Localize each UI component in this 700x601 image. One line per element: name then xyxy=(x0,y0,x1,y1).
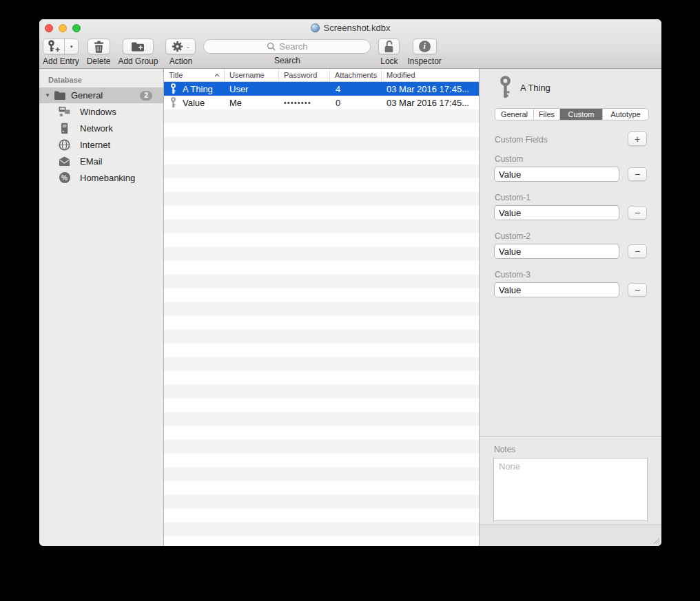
inspector-entry-title: A Thing xyxy=(520,83,550,93)
search-icon xyxy=(267,42,276,51)
tab-custom[interactable]: Custom xyxy=(560,109,603,120)
search-label: Search xyxy=(274,56,300,65)
sidebar-item-email[interactable]: EMail xyxy=(39,153,163,169)
minus-icon: − xyxy=(635,285,640,295)
toolbar-item-lock: Lock xyxy=(378,39,400,66)
remove-custom-field-button[interactable]: − xyxy=(628,167,647,181)
column-header-attachments[interactable]: Attachments xyxy=(330,69,382,81)
custom-field-label: Custom-1 xyxy=(495,193,531,202)
minus-icon: − xyxy=(635,246,640,256)
notes-separator xyxy=(480,436,661,436)
inspector-bottom-bar xyxy=(480,525,661,546)
minus-icon: − xyxy=(635,169,640,179)
entry-modified: 03 Mar 2016 17:45... xyxy=(382,84,479,94)
add-entry-main-segment[interactable] xyxy=(43,39,65,54)
notes-textarea[interactable] xyxy=(493,458,648,521)
entry-key-icon xyxy=(499,76,512,98)
sidebar-group-general[interactable]: ▼ General 2 xyxy=(39,87,163,103)
delete-label: Delete xyxy=(87,56,111,66)
toolbar-item-add-group: Add Group xyxy=(118,39,158,66)
group-sidebar: Database ▼ General 2 xyxy=(39,69,164,546)
lock-button[interactable] xyxy=(378,39,400,54)
table-header: Title Username Password Attachments Modi… xyxy=(164,69,479,82)
sidebar-item-homebanking[interactable]: % Homebanking xyxy=(39,169,163,186)
custom-field-input[interactable] xyxy=(494,205,619,220)
dropdown-arrow-icon: ▾ xyxy=(70,44,73,50)
sidebar-item-windows[interactable]: Windows xyxy=(39,103,163,120)
column-header-modified[interactable]: Modified xyxy=(382,69,479,81)
document-proxy-icon[interactable] xyxy=(311,23,320,32)
column-header-password[interactable]: Password xyxy=(279,69,330,81)
plus-icon: + xyxy=(635,134,640,144)
add-entry-dropdown-segment[interactable]: ▾ xyxy=(65,39,78,54)
remove-custom-field-button[interactable]: − xyxy=(628,283,647,297)
custom-field-input[interactable] xyxy=(494,282,619,297)
inspector-panel: A Thing General Files Custom Autotype Cu… xyxy=(480,69,661,546)
tab-general[interactable]: General xyxy=(495,109,534,120)
inspector-label: Inspector xyxy=(407,56,441,66)
sidebar-item-label: Network xyxy=(80,123,113,134)
custom-field-input[interactable] xyxy=(494,167,619,182)
sidebar-item-label: Windows xyxy=(80,107,116,117)
key-plus-icon xyxy=(47,40,61,53)
custom-fields-label: Custom Fields xyxy=(495,135,548,145)
sidebar-item-label: Homebanking xyxy=(80,173,135,183)
window-title: Screenshot.kdbx xyxy=(324,23,391,33)
sidebar-item-network[interactable]: Network xyxy=(39,120,163,136)
toolbar-item-add-entry: ▾ Add Entry xyxy=(43,39,79,66)
trash-icon xyxy=(94,41,104,53)
add-entry-label: Add Entry xyxy=(43,56,79,66)
add-entry-button[interactable]: ▾ xyxy=(43,39,79,54)
toolbar-item-action: ⌄ Action xyxy=(165,39,196,66)
sidebar-header: Database xyxy=(39,69,163,87)
entry-row-value[interactable]: Value Me •••••••• 0 03 Mar 2016 17:45... xyxy=(164,96,479,109)
entry-count-badge: 2 xyxy=(140,91,152,101)
inspector-button[interactable]: i xyxy=(413,39,437,54)
entry-attachments: 0 xyxy=(330,98,382,108)
column-header-username[interactable]: Username xyxy=(225,69,279,81)
remove-custom-field-button[interactable]: − xyxy=(628,206,647,220)
add-group-button[interactable] xyxy=(123,39,154,54)
toolbar-item-inspector: i Inspector xyxy=(407,39,441,66)
toolbar: ▾ Add Entry Delete xyxy=(39,36,661,66)
toolbar-item-search: Search Search xyxy=(203,39,371,65)
custom-field-label: Custom-2 xyxy=(495,231,531,241)
disclosure-triangle-icon[interactable]: ▼ xyxy=(45,92,52,98)
delete-button[interactable] xyxy=(88,39,110,54)
entry-username: User xyxy=(225,84,279,94)
envelope-icon xyxy=(59,156,70,167)
sidebar-item-label: Internet xyxy=(80,140,110,150)
info-icon: i xyxy=(419,41,431,52)
sidebar-item-internet[interactable]: Internet xyxy=(39,136,163,153)
remove-custom-field-button[interactable]: − xyxy=(628,244,647,258)
add-custom-field-button[interactable]: + xyxy=(628,131,647,146)
column-header-title[interactable]: Title xyxy=(164,69,225,81)
entry-title: A Thing xyxy=(183,84,213,94)
tab-files[interactable]: Files xyxy=(534,109,560,120)
entry-row-a-thing[interactable]: A Thing User 4 03 Mar 2016 17:45... xyxy=(164,82,479,96)
custom-field-label: Custom xyxy=(495,154,523,164)
notes-label: Notes xyxy=(494,445,515,454)
app-window: Screenshot.kdbx ▾ xyxy=(39,19,661,546)
windows-icon xyxy=(59,106,70,118)
entry-modified: 03 Mar 2016 17:45... xyxy=(382,98,479,108)
percent-circle-icon: % xyxy=(59,172,70,184)
action-button[interactable]: ⌄ xyxy=(165,39,196,54)
entry-username: Me xyxy=(225,98,279,108)
entry-password: •••••••• xyxy=(279,99,330,107)
search-input[interactable]: Search xyxy=(203,39,371,54)
window-chrome: Screenshot.kdbx ▾ xyxy=(39,19,661,69)
key-icon xyxy=(169,97,177,108)
custom-field-input[interactable] xyxy=(494,244,619,259)
sidebar-group-label: General xyxy=(71,90,103,101)
resize-grip[interactable] xyxy=(652,536,660,545)
table-body[interactable]: A Thing User 4 03 Mar 2016 17:45... xyxy=(164,82,479,546)
lock-label: Lock xyxy=(380,56,398,66)
tab-autotype[interactable]: Autotype xyxy=(603,109,648,120)
action-label: Action xyxy=(169,56,192,66)
entry-table: Title Username Password Attachments Modi… xyxy=(164,69,480,546)
inspector-tabs: General Files Custom Autotype xyxy=(495,108,649,120)
titlebar[interactable]: Screenshot.kdbx xyxy=(39,19,661,36)
custom-field-label: Custom-3 xyxy=(495,270,531,280)
open-padlock-icon xyxy=(383,40,395,53)
